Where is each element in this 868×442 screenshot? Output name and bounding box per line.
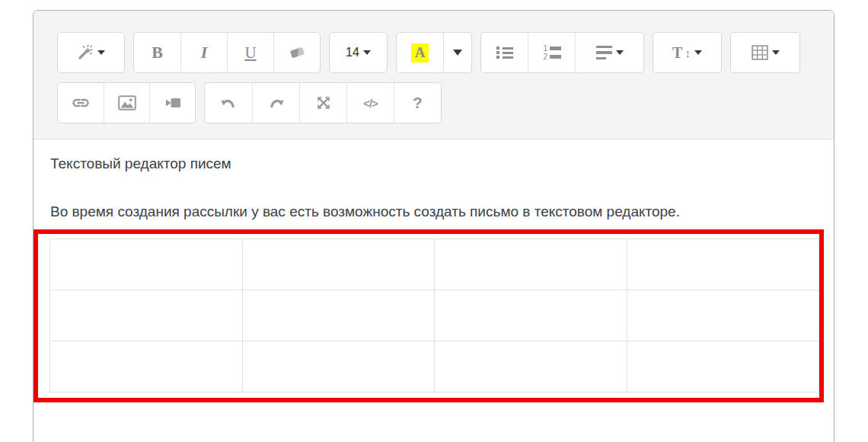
unordered-list-button[interactable] xyxy=(481,33,528,72)
editor-content-area[interactable]: Текстовый редактор писем Во время создан… xyxy=(34,139,834,402)
editor-toolbar: B I U 14 A xyxy=(34,11,834,139)
table-cell[interactable] xyxy=(435,239,627,290)
table-cell[interactable] xyxy=(627,341,819,392)
magic-wand-icon xyxy=(77,44,94,61)
table-cell[interactable] xyxy=(627,290,819,341)
highlight-color-dropdown[interactable] xyxy=(443,33,471,72)
caret-down-icon xyxy=(97,50,105,55)
table-cell[interactable] xyxy=(242,239,435,290)
undo-arrow-icon xyxy=(220,97,237,110)
insert-table-button[interactable] xyxy=(731,33,799,72)
line-height-button[interactable]: T ↕ xyxy=(653,33,721,72)
fullscreen-button[interactable] xyxy=(299,83,346,123)
insert-link-button[interactable] xyxy=(58,83,104,123)
insert-image-button[interactable] xyxy=(104,83,149,123)
table-cell[interactable] xyxy=(242,341,435,392)
underline-label: U xyxy=(244,43,256,62)
table-cell[interactable] xyxy=(242,290,435,341)
eraser-icon xyxy=(289,47,304,59)
inserted-table[interactable] xyxy=(49,239,819,392)
caret-down-icon xyxy=(453,50,462,56)
ordered-list-button[interactable]: 1 2 xyxy=(528,33,575,72)
ordered-list-icon: 1 2 xyxy=(542,44,561,62)
redo-arrow-icon xyxy=(268,97,285,110)
help-label: ? xyxy=(413,94,423,112)
table-row xyxy=(50,341,819,392)
help-button[interactable]: ? xyxy=(394,83,441,123)
table-grid-icon xyxy=(752,45,768,60)
font-size-button[interactable]: 14 xyxy=(330,33,387,72)
text-editor: B I U 14 A xyxy=(33,10,834,442)
expand-arrows-icon xyxy=(316,95,331,110)
toolbar-row-2: </> ? xyxy=(57,82,820,123)
align-dropdown-button[interactable] xyxy=(575,33,643,72)
align-icon xyxy=(596,46,612,60)
table-cell[interactable] xyxy=(50,341,243,392)
caret-down-icon xyxy=(694,50,702,55)
font-size-value: 14 xyxy=(346,46,359,59)
image-icon xyxy=(118,95,136,110)
table-cell[interactable] xyxy=(627,239,819,290)
unordered-list-icon xyxy=(496,45,513,60)
highlight-color-button[interactable]: A xyxy=(397,33,443,72)
bold-button[interactable]: B xyxy=(134,33,180,72)
highlight-color-label: A xyxy=(411,43,429,62)
code-view-label: </> xyxy=(363,97,378,110)
link-icon xyxy=(72,96,90,110)
table-cell[interactable] xyxy=(435,290,627,341)
italic-button[interactable]: I xyxy=(180,33,227,72)
caret-down-icon xyxy=(772,50,780,55)
insert-video-button[interactable] xyxy=(149,83,195,123)
red-annotation-highlight xyxy=(34,229,824,402)
table-cell[interactable] xyxy=(435,341,627,392)
table-row xyxy=(50,239,819,290)
caret-down-icon xyxy=(363,50,371,55)
table-cell[interactable] xyxy=(50,239,243,290)
magic-style-button[interactable] xyxy=(58,33,124,72)
up-down-arrow-icon: ↕ xyxy=(685,46,691,59)
italic-label: I xyxy=(201,43,208,62)
table-cell[interactable] xyxy=(50,290,243,341)
document-paragraph: Во время создания рассылки у вас есть во… xyxy=(50,198,705,225)
undo-button[interactable] xyxy=(205,83,252,123)
bold-label: B xyxy=(152,43,163,62)
toolbar-row-1: B I U 14 A xyxy=(57,32,820,73)
clear-formatting-button[interactable] xyxy=(273,33,320,72)
code-view-button[interactable]: </> xyxy=(346,83,394,123)
table-row xyxy=(50,290,819,341)
caret-down-icon xyxy=(616,50,624,55)
line-height-label: T xyxy=(672,44,682,62)
redo-button[interactable] xyxy=(252,83,299,123)
underline-button[interactable]: U xyxy=(227,33,273,72)
video-camera-icon xyxy=(164,96,182,110)
document-heading: Текстовый редактор писем xyxy=(50,155,811,172)
